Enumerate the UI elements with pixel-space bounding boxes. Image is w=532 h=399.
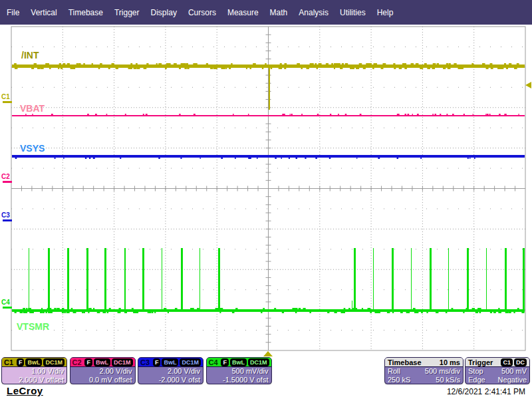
trace-c1-noise <box>514 68 517 69</box>
trace-c1-noise <box>249 68 251 69</box>
trace-c4-noise <box>472 308 475 309</box>
trace-c1-noise <box>221 68 223 69</box>
trace-c4-noise <box>344 308 346 309</box>
trace-c4-noise <box>149 312 152 313</box>
trigger-time-marker[interactable] <box>263 351 273 356</box>
trace-label-vbat: VBAT <box>20 103 45 114</box>
trace-c4-noise <box>493 312 496 313</box>
oscilloscope-screen: FileVerticalTimebaseTriggerDisplayCursor… <box>0 0 532 399</box>
trace-c4-noise <box>341 312 344 313</box>
trace-c4-noise <box>64 312 66 313</box>
trace-c4-noise <box>452 308 454 309</box>
trace-c4-noise <box>446 312 448 313</box>
trace-c3-noise <box>397 158 399 159</box>
trace-c2-noise <box>25 114 26 115</box>
trace-c2-noise <box>301 114 303 115</box>
trace-c2-noise <box>317 114 319 115</box>
trace-c4-noise <box>45 312 47 313</box>
trace-c4-pulse <box>104 248 106 312</box>
info-value: 500 mV <box>501 367 527 376</box>
channel-box-c3[interactable]: C3FBwLDC1M2.00 V/div-2.000 V ofst <box>138 357 203 384</box>
trace-c2-noise <box>408 114 410 115</box>
channel-marker-c4[interactable] <box>3 307 12 309</box>
trace-c1-noise <box>449 63 451 65</box>
footer-bar: LeCroy 12/6/2021 2:41:41 PM <box>0 384 532 399</box>
trace-c2-noise <box>179 114 180 115</box>
trace-c1-noise <box>367 63 369 65</box>
trace-c1-noise <box>490 63 493 65</box>
trace-c2-noise <box>405 114 406 115</box>
trace-c1-noise <box>506 68 508 69</box>
trace-c4-noise <box>118 308 120 309</box>
trace-c4-noise <box>31 312 34 313</box>
trace-c3-noise <box>85 158 86 159</box>
trace-c1-noise <box>210 68 213 69</box>
trace-c4-noise <box>294 308 297 309</box>
trace-c4-noise <box>421 312 423 313</box>
trace-c4-pulse <box>430 248 432 312</box>
trace-c1-noise <box>37 68 39 69</box>
channel-marker-label-c3: C3 <box>1 211 10 219</box>
trace-c4-noise <box>295 312 297 313</box>
trace-c1-noise <box>179 68 181 69</box>
trace-c4-noise <box>23 308 25 309</box>
channel-marker-c1[interactable] <box>3 101 12 103</box>
trace-c4-pulse <box>67 248 69 312</box>
trace-c4-pulse <box>505 248 507 312</box>
trace-c1-noise <box>59 63 61 65</box>
trace-c1-spike <box>269 66 270 110</box>
channel-marker-c2[interactable] <box>3 181 12 183</box>
trace-c2-noise <box>505 114 507 115</box>
trace-c1-noise <box>262 68 263 69</box>
trace-c4-noise <box>125 312 127 313</box>
trigger-level-marker[interactable] <box>525 82 531 88</box>
channel-marker-label-c2: C2 <box>1 173 10 180</box>
badge-bwl: BwL <box>94 358 110 366</box>
channel-header-c2: C2FBwLDC1M <box>70 358 135 367</box>
trace-c4-noise <box>387 312 390 313</box>
trace-c2-noise <box>489 114 491 115</box>
channel-marker-c3[interactable] <box>3 219 12 221</box>
channel-box-c1[interactable]: C1FBwLDC1M1.00 V/div2.000 V offset <box>1 357 67 384</box>
trace-c4-noise <box>232 312 235 313</box>
trace-c1-noise <box>500 68 502 69</box>
trace-c4-noise <box>168 312 169 313</box>
trace-c1-noise <box>331 63 333 65</box>
trace-c4-noise <box>400 312 403 313</box>
trace-c4-noise <box>88 312 89 313</box>
trace-c3-noise <box>221 158 223 159</box>
trace-c1-noise <box>359 63 362 65</box>
trace-c1-noise <box>174 63 177 65</box>
info-row: EdgeNegative <box>468 376 527 384</box>
trace-c1-noise <box>350 68 353 69</box>
trace-c4-pulse <box>124 248 126 312</box>
waveform-display: /INTVBATVSYSVTSMRC1C2C3C4 <box>0 0 532 399</box>
channel-marker-label-c4: C4 <box>1 299 10 306</box>
trace-c1-noise <box>231 63 232 65</box>
channel-badges: FBwLDC1M <box>153 358 201 366</box>
trace-c2-noise <box>417 114 419 115</box>
trace-c4-noise <box>476 312 478 313</box>
trace-c1-noise <box>416 63 417 65</box>
trace-c1-noise <box>372 68 374 69</box>
info-key: Edge <box>468 376 485 384</box>
timebase-box[interactable]: Timebase 10 ms Roll500 ms/div250 kS50 kS… <box>384 357 464 384</box>
trace-c4-pulse <box>523 248 525 312</box>
channel-box-c2[interactable]: C2FBwLDC1M2.00 V/div0.0 mV offset <box>70 357 136 384</box>
timebase-rows: Roll500 ms/div250 kS50 kS/s <box>385 367 463 384</box>
channel-settings: 2.00 V/div0.0 mV offset <box>70 367 135 384</box>
trace-c2-noise <box>485 114 486 115</box>
trace-c1-noise <box>229 68 231 69</box>
trace-label-vtsmr: VTSMR <box>17 321 49 332</box>
trace-label-int: /INT <box>21 50 39 61</box>
badge-f: F <box>221 358 229 366</box>
trace-c1-noise <box>433 63 434 65</box>
channel-box-c4[interactable]: C4FBwLDC1M500 mV/div-1.5000 V ofst <box>206 357 272 384</box>
trace-c4-noise <box>478 308 481 309</box>
trace-c1-noise <box>381 68 384 69</box>
trigger-box[interactable]: Trigger C1DC Stop500 mVEdgeNegative <box>465 357 530 384</box>
trace-c4-noise <box>490 312 492 313</box>
trace-c2-noise <box>412 114 413 115</box>
trace-c4-pulse <box>392 248 394 312</box>
trace-c4-noise <box>107 312 108 313</box>
